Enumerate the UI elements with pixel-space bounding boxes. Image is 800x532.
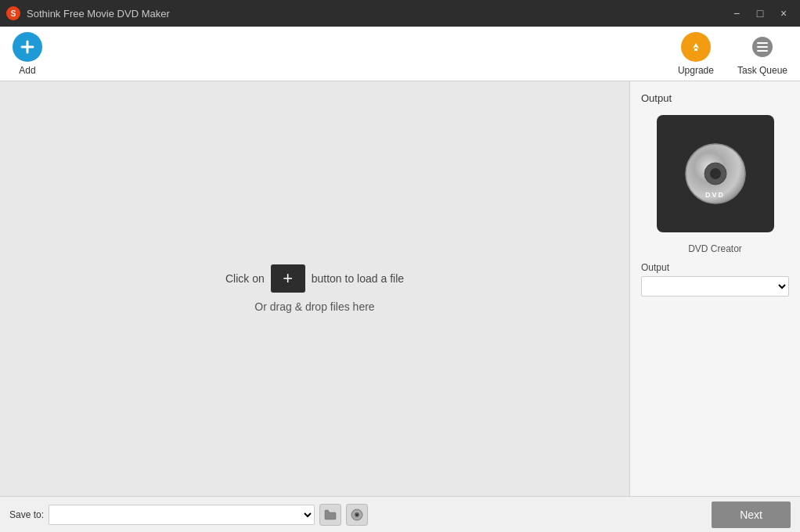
svg-point-11 xyxy=(710,168,721,179)
app-title: Sothink Free Movie DVD Maker xyxy=(27,8,170,20)
disc-button[interactable] xyxy=(346,504,368,526)
output-select[interactable] xyxy=(641,276,789,297)
output-title: Output xyxy=(641,92,672,104)
right-panel: Output xyxy=(629,81,800,496)
dvd-text-label: DVD xyxy=(684,191,747,199)
maximize-button[interactable]: □ xyxy=(750,5,770,22)
button-instruction: button to load a file xyxy=(312,272,404,285)
title-controls: − □ × xyxy=(726,5,794,22)
click-instruction: Click on xyxy=(225,272,265,285)
svg-point-14 xyxy=(356,513,359,516)
add-icon xyxy=(13,32,42,62)
add-label: Add xyxy=(19,65,35,76)
save-to-section: Save to: xyxy=(9,504,705,526)
dvd-card: DVD xyxy=(657,115,774,232)
task-queue-label: Task Queue xyxy=(737,65,787,76)
drop-hint: Click on + button to load a file Or drag… xyxy=(225,264,404,313)
output-section: Output xyxy=(641,262,789,297)
drop-hint-row: Click on + button to load a file xyxy=(225,264,404,293)
task-queue-button[interactable]: Task Queue xyxy=(737,32,787,76)
content-area: Click on + button to load a file Or drag… xyxy=(0,81,629,496)
app-icon: S xyxy=(6,6,20,20)
upgrade-button[interactable]: Upgrade xyxy=(678,32,714,76)
close-button[interactable]: × xyxy=(773,5,794,22)
load-file-button[interactable]: + xyxy=(271,264,305,293)
upgrade-icon xyxy=(681,32,711,62)
svg-rect-3 xyxy=(694,49,697,51)
main-area: Click on + button to load a file Or drag… xyxy=(0,81,800,496)
dvd-disc-container: DVD xyxy=(684,142,747,205)
upgrade-label: Upgrade xyxy=(678,65,714,76)
save-to-input[interactable] xyxy=(49,505,315,525)
next-button[interactable]: Next xyxy=(712,501,791,528)
save-to-label: Save to: xyxy=(9,509,44,520)
title-bar-left: S Sothink Free Movie DVD Maker xyxy=(6,6,170,20)
bottom-bar: Save to: Next xyxy=(0,496,800,532)
browse-folder-button[interactable] xyxy=(319,504,341,526)
toolbar: Add Upgrade Task Queue xyxy=(0,27,800,81)
folder-icon xyxy=(324,509,337,520)
add-button[interactable]: Add xyxy=(13,32,42,76)
output-label: Output xyxy=(641,262,789,273)
minimize-button[interactable]: − xyxy=(726,5,747,22)
dvd-creator-label: DVD Creator xyxy=(688,243,742,254)
drag-drop-text: Or drag & drop files here xyxy=(254,300,374,313)
disc-icon xyxy=(351,509,363,521)
title-bar: S Sothink Free Movie DVD Maker − □ × xyxy=(0,0,800,27)
task-queue-icon xyxy=(748,32,777,62)
